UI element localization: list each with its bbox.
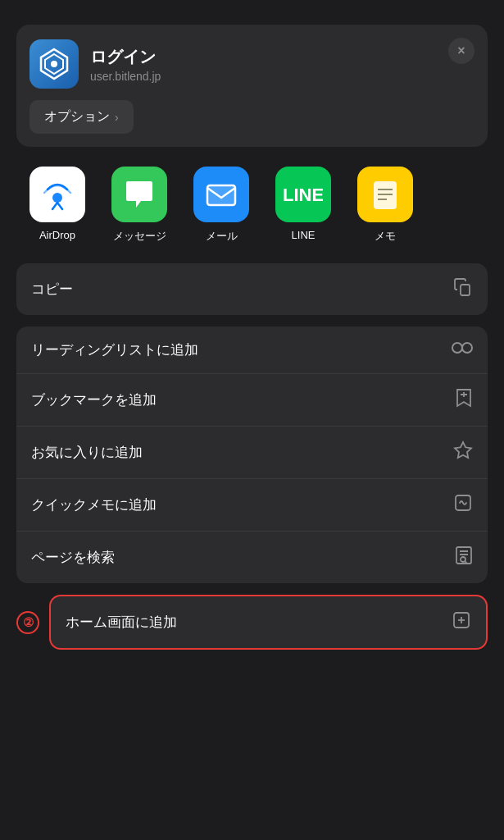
svg-line-4 (52, 203, 57, 209)
svg-rect-6 (207, 185, 235, 205)
airdrop-label: AirDrop (39, 229, 75, 241)
share-item-messages[interactable]: メッセージ (98, 167, 180, 244)
svg-rect-13 (461, 285, 470, 295)
highlighted-row-container: ② ホーム画面に追加 (16, 595, 488, 650)
favorites-label: お気に入りに追加 (31, 443, 143, 462)
favorites-action[interactable]: お気に入りに追加 (16, 427, 488, 479)
add-to-home-label: ホーム画面に追加 (66, 613, 177, 632)
svg-point-15 (462, 343, 472, 353)
quick-note-label: クイックメモに追加 (31, 495, 157, 514)
quick-note-action[interactable]: クイックメモに追加 (16, 479, 488, 532)
options-button[interactable]: オプション › (30, 100, 134, 134)
share-item-line[interactable]: LINE LINE (262, 167, 344, 244)
line-icon: LINE (275, 167, 331, 222)
header-card: ログイン user.bitlend.jp × オプション › (16, 25, 488, 147)
favorites-icon (453, 441, 473, 464)
header-text: ログイン user.bitlend.jp (90, 46, 161, 83)
reading-list-action[interactable]: リーディングリストに追加 (16, 326, 488, 374)
share-item-mail[interactable]: メール (180, 167, 262, 244)
copy-label: コピー (31, 280, 73, 299)
page-title: ログイン (90, 46, 161, 68)
share-item-airdrop[interactable]: AirDrop (16, 167, 98, 244)
header-top: ログイン user.bitlend.jp (30, 39, 474, 89)
share-row: AirDrop メッセージ メール LIN (16, 158, 488, 252)
svg-text:LINE: LINE (284, 185, 323, 205)
find-on-page-icon (455, 546, 473, 569)
copy-icon (453, 277, 473, 301)
app-icon (30, 39, 79, 89)
quick-note-icon (453, 493, 473, 517)
svg-line-5 (57, 203, 62, 209)
options-label: オプション (44, 108, 110, 126)
mail-icon (193, 167, 249, 222)
reading-list-icon (452, 340, 473, 359)
share-sheet: ログイン user.bitlend.jp × オプション › (16, 25, 488, 650)
share-item-notes[interactable]: メモ (344, 167, 426, 244)
svg-point-3 (52, 193, 62, 203)
svg-point-2 (51, 61, 57, 67)
find-on-page-label: ページを検索 (31, 548, 115, 567)
bookmark-label: ブックマークを追加 (31, 390, 157, 409)
badge-number: ② (16, 611, 39, 634)
svg-marker-18 (455, 442, 471, 458)
add-to-home-icon (452, 610, 471, 634)
action-group: リーディングリストに追加 ブックマークを追加 お気に入りに追加 (16, 326, 488, 583)
notes-label: メモ (375, 229, 396, 244)
page-subtitle: user.bitlend.jp (90, 70, 161, 83)
copy-card: コピー (16, 263, 488, 315)
svg-point-14 (452, 343, 462, 353)
copy-action[interactable]: コピー (16, 263, 488, 315)
notes-icon (357, 167, 413, 222)
close-button[interactable]: × (448, 38, 474, 64)
close-icon: × (457, 43, 465, 58)
add-to-home-action[interactable]: ホーム画面に追加 (49, 595, 488, 650)
messages-label: メッセージ (113, 229, 166, 244)
chevron-icon: › (115, 111, 119, 124)
bookmark-icon (455, 388, 473, 412)
mail-label: メール (206, 229, 238, 244)
svg-point-23 (461, 557, 465, 562)
bookmark-action[interactable]: ブックマークを追加 (16, 374, 488, 427)
airdrop-icon (30, 167, 85, 222)
find-on-page-action[interactable]: ページを検索 (16, 532, 488, 583)
messages-icon (111, 167, 167, 222)
reading-list-label: リーディングリストに追加 (31, 340, 198, 359)
line-label: LINE (292, 229, 316, 241)
